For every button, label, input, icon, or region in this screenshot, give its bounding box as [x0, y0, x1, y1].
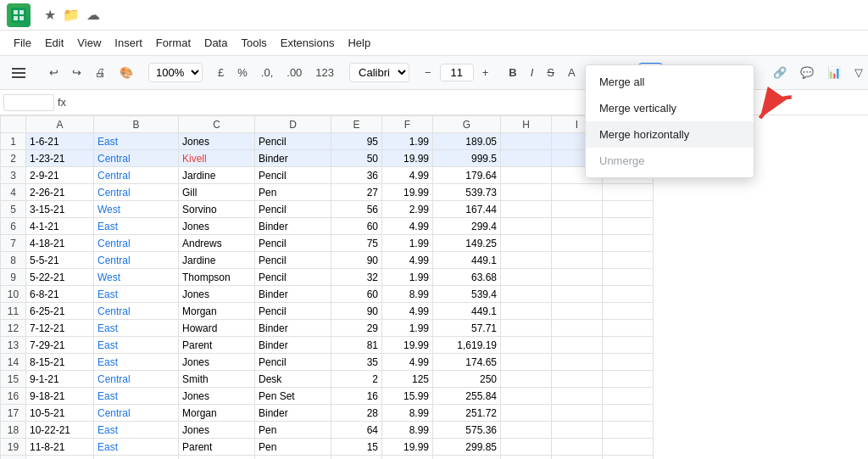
redo-button[interactable]: ↪ — [67, 63, 86, 82]
cell-b17[interactable]: Central — [94, 405, 179, 422]
cell-e5[interactable]: 56 — [331, 201, 382, 218]
italic-button[interactable]: I — [526, 63, 539, 82]
cell-c11[interactable]: Morgan — [179, 303, 255, 320]
cell-e14[interactable]: 35 — [331, 354, 382, 371]
cell-f6[interactable]: 4.99 — [382, 218, 433, 235]
print-button[interactable]: 🖨 — [90, 63, 111, 82]
sheet-table-wrapper[interactable]: ABCDEFGHIJ 11-6-21EastJonesPencil951.991… — [0, 115, 868, 459]
cell-empty-18-1[interactable] — [552, 422, 603, 439]
cell-g5[interactable]: 167.44 — [433, 201, 501, 218]
folder-icon[interactable]: 📁 — [63, 7, 80, 23]
cell-c9[interactable]: Thompson — [179, 269, 255, 286]
font-size-increase-button[interactable]: + — [477, 63, 494, 82]
row-header-7[interactable]: 7 — [1, 235, 26, 252]
col-header-G[interactable]: G — [433, 116, 501, 133]
strikethrough-button[interactable]: S — [542, 63, 559, 82]
cell-e16[interactable]: 16 — [331, 388, 382, 405]
cell-c10[interactable]: Jones — [179, 286, 255, 303]
cell-empty-12-1[interactable] — [552, 320, 603, 337]
cell-c7[interactable]: Andrews — [179, 235, 255, 252]
decimal-inc-button[interactable]: .00 — [281, 63, 307, 82]
cell-empty-4-0[interactable] — [501, 184, 552, 201]
borders-button[interactable]: ⊞ — [615, 63, 635, 82]
cell-empty-11-0[interactable] — [501, 303, 552, 320]
paint-format-button[interactable]: 🎨 — [114, 63, 138, 82]
col-header-F[interactable]: F — [382, 116, 433, 133]
cell-c13[interactable]: Parent — [179, 337, 255, 354]
col-header-B[interactable]: B — [94, 116, 179, 133]
percent-button[interactable]: % — [232, 63, 253, 82]
cell-d9[interactable]: Pencil — [255, 269, 331, 286]
cell-f4[interactable]: 19.99 — [382, 184, 433, 201]
cell-d6[interactable]: Binder — [255, 218, 331, 235]
menu-extensions[interactable]: Extensions — [274, 33, 342, 53]
cell-empty-3-2[interactable] — [603, 167, 654, 184]
cell-a10[interactable]: 6-8-21 — [26, 286, 94, 303]
cell-g17[interactable]: 251.72 — [433, 405, 501, 422]
cell-empty-3-1[interactable] — [552, 167, 603, 184]
star-icon[interactable]: ★ — [44, 7, 56, 23]
cell-empty-14-0[interactable] — [501, 354, 552, 371]
cell-g6[interactable]: 299.4 — [433, 218, 501, 235]
cell-g11[interactable]: 449.1 — [433, 303, 501, 320]
cell-f7[interactable]: 1.99 — [382, 235, 433, 252]
cell-empty-7-1[interactable] — [552, 235, 603, 252]
chart-button[interactable]: 📊 — [822, 63, 846, 82]
cell-g10[interactable]: 539.4 — [433, 286, 501, 303]
menu-view[interactable]: View — [70, 33, 108, 53]
cell-empty-17-2[interactable] — [603, 405, 654, 422]
align-vertical-button[interactable]: ⬍ — [693, 63, 712, 82]
font-size-input[interactable] — [440, 64, 474, 81]
wrap-button[interactable]: ↵ — [715, 63, 735, 82]
col-header-J[interactable]: J — [603, 116, 654, 133]
text-color-button[interactable]: A — [563, 63, 581, 82]
cell-b16[interactable]: East — [94, 388, 179, 405]
cell-empty-15-0[interactable] — [501, 371, 552, 388]
cell-empty-20-2[interactable] — [603, 456, 654, 460]
cell-empty-9-1[interactable] — [552, 269, 603, 286]
cell-a6[interactable]: 4-1-21 — [26, 218, 94, 235]
cell-empty-13-2[interactable] — [603, 337, 654, 354]
cell-a20[interactable]: 11-25-21 — [26, 456, 94, 460]
cell-b20[interactable]: Central — [94, 456, 179, 460]
cell-empty-13-1[interactable] — [552, 337, 603, 354]
align-left-button[interactable]: ≡ — [673, 63, 690, 82]
menu-data[interactable]: Data — [198, 33, 234, 53]
cell-a17[interactable]: 10-5-21 — [26, 405, 94, 422]
cell-e6[interactable]: 60 — [331, 218, 382, 235]
cell-f14[interactable]: 4.99 — [382, 354, 433, 371]
cell-empty-12-2[interactable] — [603, 320, 654, 337]
row-header-19[interactable]: 19 — [1, 439, 26, 456]
filter-button[interactable]: ▽ — [849, 63, 868, 82]
bold-button[interactable]: B — [504, 63, 521, 82]
cell-e17[interactable]: 28 — [331, 405, 382, 422]
menu-file[interactable]: File — [7, 33, 38, 53]
cell-d2[interactable]: Binder — [255, 150, 331, 167]
cell-empty-12-0[interactable] — [501, 320, 552, 337]
cell-e19[interactable]: 15 — [331, 439, 382, 456]
col-header-D[interactable]: D — [255, 116, 331, 133]
cell-a18[interactable]: 10-22-21 — [26, 422, 94, 439]
cell-empty-16-2[interactable] — [603, 388, 654, 405]
row-header-13[interactable]: 13 — [1, 337, 26, 354]
cell-g13[interactable]: 1,619.19 — [433, 337, 501, 354]
cell-f17[interactable]: 8.99 — [382, 405, 433, 422]
comment-button[interactable]: 💬 — [795, 63, 819, 82]
cell-f12[interactable]: 1.99 — [382, 320, 433, 337]
row-header-14[interactable]: 14 — [1, 354, 26, 371]
link-button[interactable]: 🔗 — [768, 63, 792, 82]
cell-c6[interactable]: Jones — [179, 218, 255, 235]
cell-empty-1-0[interactable] — [501, 133, 552, 150]
cell-e18[interactable]: 64 — [331, 422, 382, 439]
cell-empty-20-1[interactable] — [552, 456, 603, 460]
cell-b1[interactable]: East — [94, 133, 179, 150]
currency-button[interactable]: £ — [213, 63, 229, 82]
cell-d1[interactable]: Pencil — [255, 133, 331, 150]
cell-a13[interactable]: 7-29-21 — [26, 337, 94, 354]
cell-b7[interactable]: Central — [94, 235, 179, 252]
cell-empty-16-0[interactable] — [501, 388, 552, 405]
rotate-button[interactable]: ↗ — [738, 63, 758, 82]
cell-a12[interactable]: 7-12-21 — [26, 320, 94, 337]
cell-empty-5-1[interactable] — [552, 201, 603, 218]
cell-c1[interactable]: Jones — [179, 133, 255, 150]
